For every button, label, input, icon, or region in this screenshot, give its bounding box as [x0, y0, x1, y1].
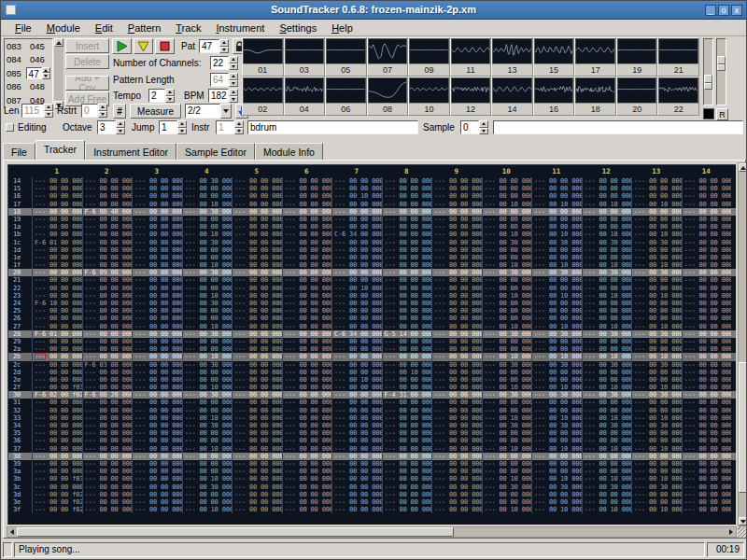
pattern-cell[interactable]: --- 00 00 000	[331, 460, 382, 468]
pattern-cell[interactable]: --- 00 00 000	[582, 338, 632, 345]
pattern-cell[interactable]: F-6 08 40 000	[82, 208, 133, 216]
scroll-up-icon[interactable]	[54, 38, 63, 47]
pattern-cell[interactable]: --- 00 00 000	[531, 285, 582, 292]
pattern-cell[interactable]: --- 00 00 000	[531, 453, 582, 460]
pattern-cell[interactable]: --- 00 00 000	[32, 429, 82, 437]
pattern-cell[interactable]: --- 00 00 000	[282, 437, 332, 444]
pattern-cell[interactable]: --- 00 00 000	[82, 246, 133, 254]
pattern-cell[interactable]: --- 00 00 000	[82, 192, 133, 200]
pattern-cell[interactable]: --- 00 00 000	[32, 254, 82, 261]
pattern-cell[interactable]: --- 00 00 000	[182, 192, 233, 200]
play-song-button[interactable]	[112, 38, 132, 54]
pattern-cell[interactable]: --- 00 00 000	[431, 422, 482, 429]
pattern-cell[interactable]: --- 00 00 000	[382, 384, 432, 391]
pattern-cell[interactable]: --- 00 00 000	[282, 445, 332, 453]
pattern-cell[interactable]: --- 00 00 f02	[32, 491, 82, 498]
scope-channel-08[interactable]: 08	[367, 77, 409, 116]
pattern-cell[interactable]: --- 00 10 000	[531, 231, 582, 238]
pattern-cell[interactable]: --- 00 00 000	[582, 223, 632, 231]
add-copy-button[interactable]: Add + Cpy	[65, 76, 109, 91]
title-bar[interactable]: SoundTracker 0.6.8: frozen-mainzik-2p.xm…	[1, 1, 746, 20]
pattern-cell[interactable]: --- 00 00 000	[182, 407, 233, 414]
pattern-cell[interactable]: --- 00 00 000	[132, 223, 182, 231]
pattern-cell[interactable]: --- 00 10 000	[631, 261, 682, 269]
tab-instrument-editor[interactable]: Instrument Editor	[85, 143, 176, 160]
pattern-cell[interactable]: --- 00 00 000	[382, 422, 432, 429]
pattern-cell[interactable]: --- 00 00 000	[482, 223, 532, 231]
pattern-cell[interactable]: --- 00 00 000	[331, 437, 382, 444]
pattern-cell[interactable]: --- 00 00 000	[32, 445, 82, 453]
pattern-cell[interactable]: --- 00 00 000	[531, 460, 582, 468]
pattern-cell[interactable]: --- 00 00 000	[382, 491, 432, 498]
pattern-cell[interactable]: --- 00 10 000	[382, 369, 432, 376]
pattern-cell[interactable]: --- 00 00 000	[431, 429, 482, 437]
pattern-cell[interactable]: --- 00 00 f03	[32, 384, 82, 391]
pattern-cell[interactable]: --- 00 00 000	[331, 399, 382, 406]
pattern-cell[interactable]: --- 00 00 000	[382, 201, 432, 208]
pattern-cell[interactable]: --- 00 00 000	[631, 453, 682, 460]
pattern-cell[interactable]: --- 00 00 000	[282, 177, 332, 185]
scope-channel-17[interactable]: 17	[574, 37, 616, 77]
pattern-cell[interactable]: --- 00 00 000	[282, 300, 332, 307]
pattern-cell[interactable]: --- 00 00 000	[232, 216, 282, 223]
pattern-cell[interactable]: --- 00 10 000	[182, 201, 233, 208]
pattern-cell[interactable]: --- 00 00 000	[232, 437, 282, 444]
pattern-cell[interactable]: --- 00 00 000	[431, 437, 482, 444]
pattern-cell[interactable]: --- 00 00 000	[682, 414, 732, 422]
pattern-cell[interactable]: --- 00 00 000	[331, 216, 382, 223]
measure-button[interactable]: Measure	[130, 104, 181, 119]
pattern-cell[interactable]: --- 00 00 000	[282, 391, 332, 399]
pattern-cell[interactable]: --- 00 10 000	[631, 414, 682, 422]
pattern-cell[interactable]: --- 00 00 000	[382, 307, 432, 315]
pattern-cell[interactable]: --- 00 00 000	[582, 307, 632, 315]
pattern-cell[interactable]: --- 00 10 000	[631, 323, 682, 330]
pattern-cell[interactable]: --- 00 10 000	[182, 353, 233, 360]
tracker-horizontal-scrollbar[interactable]	[7, 526, 737, 538]
pattern-cell[interactable]: --- 00 00 000	[431, 254, 482, 261]
pattern-cell[interactable]: --- 00 00 000	[682, 292, 732, 300]
pattern-cell[interactable]: --- 00 00 000	[32, 369, 82, 376]
pattern-cell[interactable]: --- 00 00 000	[232, 422, 282, 429]
pattern-cell[interactable]: --- 00 30 000	[631, 422, 682, 429]
pattern-cell[interactable]: --- 00 00 000	[232, 223, 282, 231]
pattern-cell[interactable]: --- 00 00 000	[282, 307, 332, 315]
scope-channel-13[interactable]: 13	[491, 37, 533, 77]
pattern-cell[interactable]: --- 00 00 000	[682, 216, 732, 223]
pattern-cell[interactable]: --- 00 00 000	[132, 338, 182, 345]
pattern-cell[interactable]: --- 00 00 000	[582, 285, 632, 292]
pattern-cell[interactable]: --- 00 00 000	[132, 300, 182, 307]
pattern-cell[interactable]: --- 00 00 000	[631, 338, 682, 345]
pattern-cell[interactable]: --- 00 30 000	[631, 330, 682, 338]
sequence-scrollbar[interactable]	[54, 38, 63, 109]
pattern-cell[interactable]: --- 00 00 000	[32, 376, 82, 384]
pattern-cell[interactable]: --- 00 00 000	[331, 414, 382, 422]
scope-channel-20[interactable]: 20	[616, 77, 658, 116]
editing-checkbox[interactable]	[6, 123, 14, 132]
play-pattern-button[interactable]	[134, 38, 153, 54]
pattern-cell[interactable]: --- 00 00 000	[631, 429, 682, 437]
pattern-cell[interactable]: --- 00 00 000	[282, 361, 332, 369]
pattern-cell[interactable]: --- 00 00 000	[682, 399, 732, 406]
pattern-cell[interactable]: --- 00 00 000	[282, 201, 332, 208]
pattern-cell[interactable]: --- 00 00 000	[82, 201, 133, 208]
pattern-cell[interactable]: --- 00 00 000	[382, 475, 432, 483]
pattern-cell[interactable]: --- 00 00 000	[382, 185, 432, 192]
pattern-cell[interactable]: --- 00 00 000	[682, 208, 732, 216]
pattern-cell[interactable]: --- 00 00 000	[382, 345, 432, 353]
pattern-cell[interactable]: --- 00 00 000	[482, 208, 532, 216]
pattern-cell[interactable]: --- 00 30 000	[482, 330, 532, 338]
pattern-cell[interactable]: --- 00 30 000	[582, 269, 632, 276]
pattern-cell[interactable]: --- 00 00 000	[132, 330, 182, 338]
pattern-cell[interactable]: --- 00 00 000	[232, 483, 282, 491]
pattern-cell[interactable]: C-6 34 00 000	[331, 330, 382, 338]
pattern-editor[interactable]: 1234567891011121314 14--- 00 00 000--- 0…	[7, 164, 736, 525]
minimize-button[interactable]: _	[705, 5, 716, 16]
pattern-cell[interactable]: --- 00 00 000	[32, 483, 82, 491]
pattern-cell[interactable]: --- 00 00 000	[431, 300, 482, 307]
pattern-cell[interactable]: --- 00 00 000	[482, 254, 532, 261]
pattern-cell[interactable]: --- 00 30 000	[631, 391, 682, 399]
pattern-cell[interactable]: --- 00 00 000	[282, 330, 332, 338]
pattern-cell[interactable]: --- 00 00 000	[232, 391, 282, 399]
pattern-cell[interactable]: --- 00 00 000	[82, 475, 133, 483]
pattern-cell[interactable]: --- 00 00 000	[431, 330, 482, 338]
